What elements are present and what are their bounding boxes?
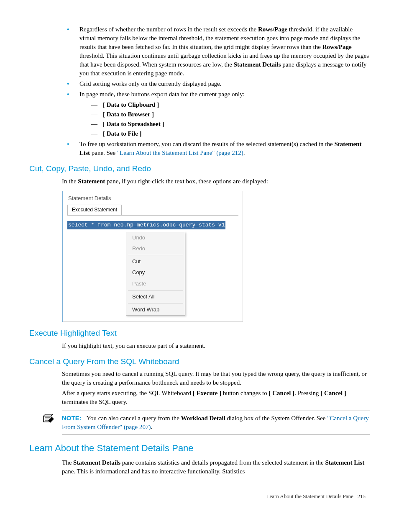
sub-item: [ Data to Browser ]: [91, 110, 370, 119]
bold-text: [ Execute ]: [193, 390, 221, 396]
bold-text: Rows/Page: [258, 26, 287, 33]
menu-item-word-wrap[interactable]: Word Wrap: [126, 304, 185, 315]
menu-item-cut[interactable]: Cut: [126, 256, 185, 267]
paragraph: In the Statement pane, if you right-clic…: [62, 177, 370, 186]
bullet-list: Regardless of whether the number of rows…: [29, 25, 370, 157]
bullet-item: Grid sorting works only on the currently…: [67, 80, 370, 88]
text: You can also cancel a query from the: [87, 415, 181, 421]
bold-text: Rows/Page: [322, 44, 352, 50]
text: The: [62, 459, 73, 466]
menu-separator: [128, 255, 183, 255]
text: pane, if you right-click the text box, t…: [105, 178, 268, 185]
screenshot-statement-details: Statement Details Executed Statement sel…: [62, 191, 243, 322]
sub-item: [ Data to Clipboard ]: [91, 100, 370, 109]
text: dialog box of the System Offender. See: [225, 415, 327, 421]
context-menu: Undo Redo Cut Copy Paste Select All Word…: [126, 232, 185, 316]
sub-item: [ Data to Spreadsheet ]: [91, 120, 370, 129]
paragraph: The Statement Details pane contains stat…: [62, 458, 370, 476]
bold-text: Statement Details: [234, 61, 281, 68]
panel-title: Statement Details: [67, 195, 238, 202]
bullet-item: To free up workstation memory, you can d…: [67, 140, 370, 157]
bold-text: Statement: [78, 178, 105, 185]
note-pencil-icon: [43, 414, 54, 424]
text: Regardless of whether the number of rows…: [79, 26, 258, 33]
text: pane contains statistics and details pro…: [120, 459, 325, 466]
bullet-item: In page mode, these buttons export data …: [67, 90, 370, 138]
text: In the: [62, 178, 78, 185]
sub-item: [ Data to File ]: [91, 129, 370, 138]
page-number: 215: [358, 493, 366, 499]
sql-text-selected: select * from neo.hp_metrics.odbc_query_…: [67, 221, 225, 229]
menu-separator: [128, 303, 183, 303]
bold-text: [ Data to Browser ]: [103, 111, 154, 118]
section-heading-cut-copy: Cut, Copy, Paste, Undo, and Redo: [29, 163, 370, 175]
text: terminates the SQL query.: [62, 398, 128, 405]
paragraph: After a query starts executing, the SQL …: [62, 389, 370, 406]
bold-text: [ Cancel ]: [320, 390, 346, 396]
section-heading-learn-about: Learn About the Statement Details Pane: [29, 442, 370, 455]
menu-item-undo[interactable]: Undo: [126, 232, 185, 243]
text: .: [151, 424, 152, 430]
bullet-item: Regardless of whether the number of rows…: [67, 25, 370, 78]
bold-text: Statement Details: [73, 459, 120, 466]
paragraph: If you highlight text, you can execute p…: [62, 342, 370, 350]
text: button changes to: [221, 390, 269, 396]
text: pane. See: [90, 149, 117, 156]
bold-text: Statement List: [325, 459, 364, 466]
text: In page mode, these buttons export data …: [79, 91, 245, 98]
note-box: NOTE:You can also cancel a query from th…: [62, 411, 370, 434]
menu-item-paste[interactable]: Paste: [126, 278, 185, 289]
section-heading-execute-highlighted: Execute Highlighted Text: [29, 328, 370, 339]
cross-reference-link[interactable]: "Learn About the Statement List Pane" (p…: [117, 149, 243, 156]
tab-executed-statement[interactable]: Executed Statement: [67, 205, 122, 215]
text: pane. This is informational and has no i…: [62, 468, 245, 475]
menu-item-copy[interactable]: Copy: [126, 267, 185, 278]
section-heading-cancel-query: Cancel a Query From the SQL Whiteboard: [29, 356, 370, 368]
bold-text: Workload Detail: [181, 415, 225, 421]
paragraph: Sometimes you need to cancel a running S…: [62, 370, 370, 387]
menu-item-redo[interactable]: Redo: [126, 243, 185, 254]
text: Grid sorting works only on the currently…: [79, 80, 222, 87]
text: To free up workstation memory, you can d…: [79, 141, 334, 147]
text: After a query starts executing, the SQL …: [62, 390, 193, 396]
menu-separator: [128, 290, 183, 290]
sub-list: [ Data to Clipboard ] [ Data to Browser …: [79, 100, 370, 138]
page-footer: Learn About the Statement Details Pane 2…: [29, 493, 370, 500]
note-label: NOTE:: [62, 414, 82, 421]
text: .: [243, 149, 245, 156]
menu-item-select-all[interactable]: Select All: [126, 291, 185, 302]
tab-bar: Executed Statement: [67, 205, 238, 216]
bold-text: [ Data to Spreadsheet ]: [103, 121, 164, 127]
bold-text: [ Data to Clipboard ]: [103, 101, 159, 108]
bold-text: [ Data to File ]: [103, 130, 141, 137]
bold-text: [ Cancel ]: [269, 390, 294, 396]
text: . Pressing: [294, 390, 320, 396]
footer-title: Learn About the Statement Details Pane: [266, 493, 353, 499]
